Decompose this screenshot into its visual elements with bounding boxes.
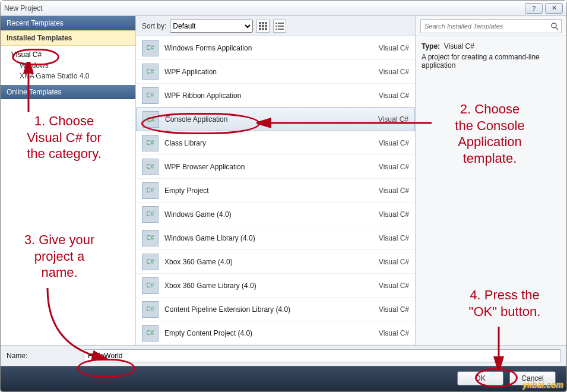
search-icon[interactable] <box>548 22 561 30</box>
template-name: Empty Project <box>164 186 362 195</box>
tree-item-visual-csharp[interactable]: Visual C# <box>11 49 42 60</box>
close-button[interactable]: ✕ <box>545 3 563 14</box>
template-icon: C# <box>142 159 159 175</box>
template-name: Console Application <box>165 115 361 124</box>
template-lang: Visual C# <box>362 282 409 290</box>
category-tree: Visual C# Windows XNA Game Studio 4.0 <box>1 46 135 85</box>
template-item[interactable]: C#WPF Browser ApplicationVisual C# <box>136 155 415 179</box>
template-name: WPF Browser Application <box>164 163 362 171</box>
sort-label: Sort by: <box>142 22 166 30</box>
ok-button[interactable]: OK <box>457 371 503 385</box>
project-name-input[interactable] <box>84 349 560 362</box>
template-panel: Sort by: Default C#Windows Forms Applica… <box>136 16 415 345</box>
template-icon: C# <box>142 301 159 318</box>
tree-item-windows[interactable]: Windows <box>11 60 132 71</box>
titlebar: New Project ? ✕ <box>1 1 566 16</box>
svg-rect-7 <box>262 28 264 30</box>
svg-rect-10 <box>278 23 284 24</box>
template-lang: Visual C# <box>362 329 409 337</box>
template-lang: Visual C# <box>362 68 409 76</box>
sort-bar: Sort by: Default <box>136 16 415 36</box>
template-item[interactable]: C#Class LibraryVisual C# <box>136 131 415 155</box>
template-item[interactable]: C#Windows Forms ApplicationVisual C# <box>136 36 415 60</box>
help-button[interactable]: ? <box>525 3 543 14</box>
list-icon <box>275 22 284 30</box>
main-row: Recent Templates Installed Templates Vis… <box>1 16 566 345</box>
template-name: Empty Content Project (4.0) <box>164 329 362 337</box>
template-list[interactable]: C#Windows Forms ApplicationVisual C#C#WP… <box>136 36 415 345</box>
search-input[interactable] <box>421 23 548 30</box>
svg-rect-5 <box>265 25 267 27</box>
svg-rect-3 <box>259 25 261 27</box>
svg-rect-6 <box>259 28 261 30</box>
template-name: Windows Forms Application <box>164 44 362 52</box>
template-icon: C# <box>142 182 159 199</box>
template-item[interactable]: C#Windows Game (4.0)Visual C# <box>136 203 415 226</box>
template-item[interactable]: C#Xbox 360 Game Library (4.0)Visual C# <box>136 274 415 298</box>
template-name: Windows Game Library (4.0) <box>164 234 362 242</box>
template-name: WPF Ribbon Application <box>164 91 362 100</box>
svg-rect-13 <box>275 29 277 30</box>
sidebar-header-installed[interactable]: Installed Templates <box>1 30 135 46</box>
watermark: yiibai.com <box>523 380 563 390</box>
template-detail: Type: Visual C# A project for creating a… <box>416 36 566 75</box>
template-name: Content Pipeline Extension Library (4.0) <box>164 305 362 314</box>
template-item[interactable]: C#Windows Game Library (4.0)Visual C# <box>136 226 415 250</box>
template-lang: Visual C# <box>362 139 409 147</box>
template-icon: C# <box>142 230 159 246</box>
sort-dropdown[interactable]: Default <box>170 20 253 33</box>
template-item[interactable]: C#WPF ApplicationVisual C# <box>136 60 415 84</box>
template-item[interactable]: C#Content Pipeline Extension Library (4.… <box>136 298 415 321</box>
template-lang: Visual C# <box>362 163 409 171</box>
details-pane: Type: Visual C# A project for creating a… <box>415 16 566 345</box>
template-icon: C# <box>142 277 159 294</box>
detail-type-value: Visual C# <box>444 42 474 50</box>
template-lang: Visual C# <box>362 234 409 242</box>
svg-rect-11 <box>275 26 277 27</box>
template-name: WPF Application <box>164 68 362 76</box>
template-item[interactable]: C#Empty ProjectVisual C# <box>136 179 415 203</box>
template-lang: Visual C# <box>361 115 408 124</box>
template-icon: C# <box>142 64 159 80</box>
detail-description: A project for creating a command-line ap… <box>422 53 560 69</box>
template-lang: Visual C# <box>362 258 409 266</box>
grid-icon <box>259 22 267 30</box>
svg-rect-12 <box>278 26 284 27</box>
detail-type-label: Type: <box>422 42 440 50</box>
search-area <box>416 16 566 36</box>
template-lang: Visual C# <box>362 91 409 100</box>
template-icon: C# <box>142 325 159 342</box>
template-lang: Visual C# <box>362 186 409 195</box>
button-row: OK Cancel <box>1 366 566 391</box>
svg-rect-14 <box>278 29 284 30</box>
template-icon: C# <box>142 111 159 128</box>
sidebar-header-online[interactable]: Online Templates <box>1 85 135 99</box>
template-item[interactable]: C#Xbox 360 Game (4.0)Visual C# <box>136 250 415 274</box>
template-item[interactable]: C#Empty Content Project (4.0)Visual C# <box>136 321 415 345</box>
sidebar-header-recent[interactable]: Recent Templates <box>1 16 135 30</box>
template-icon: C# <box>142 206 159 223</box>
svg-rect-4 <box>262 25 264 27</box>
template-icon: C# <box>142 135 159 151</box>
dialog-window: New Project ? ✕ Recent Templates Install… <box>0 0 567 392</box>
svg-rect-1 <box>262 22 264 24</box>
template-item[interactable]: C#WPF Ribbon ApplicationVisual C# <box>136 84 415 108</box>
view-icons-button[interactable] <box>256 20 270 33</box>
svg-rect-9 <box>275 23 277 24</box>
template-name: Windows Game (4.0) <box>164 210 362 219</box>
template-name: Xbox 360 Game (4.0) <box>164 258 362 266</box>
window-title: New Project <box>4 4 522 12</box>
name-label: Name: <box>7 352 78 360</box>
tree-item-xna[interactable]: XNA Game Studio 4.0 <box>11 71 132 81</box>
bottom-area: Name: OK Cancel <box>1 345 566 391</box>
template-name: Class Library <box>164 139 362 147</box>
template-lang: Visual C# <box>362 210 409 219</box>
template-icon: C# <box>142 87 159 104</box>
svg-rect-2 <box>265 22 267 24</box>
svg-line-16 <box>556 27 558 30</box>
template-item[interactable]: C#Console ApplicationVisual C# <box>136 108 415 131</box>
view-list-button[interactable] <box>273 20 286 33</box>
svg-point-15 <box>552 23 556 28</box>
template-icon: C# <box>142 40 159 56</box>
search-box[interactable] <box>420 19 562 33</box>
